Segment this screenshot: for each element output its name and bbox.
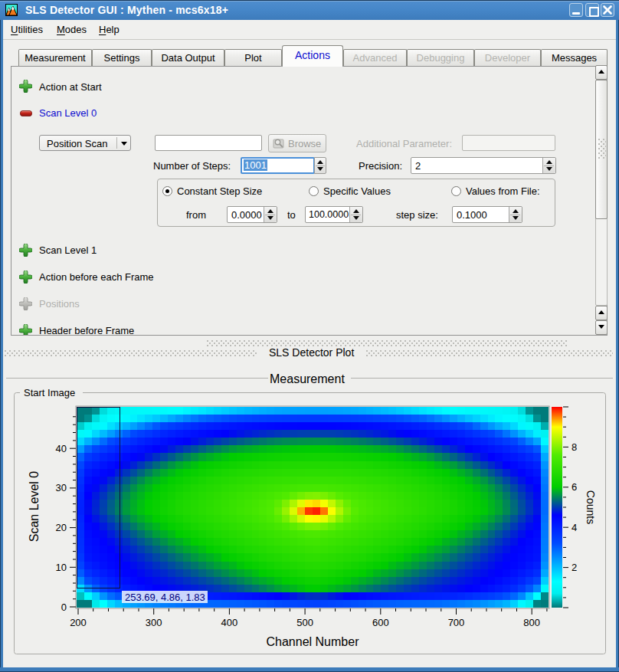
- svg-text:200: 200: [70, 617, 87, 628]
- svg-text:Counts: Counts: [585, 490, 597, 524]
- svg-text:Start Image: Start Image: [24, 387, 75, 398]
- svg-text:10: 10: [56, 562, 67, 573]
- svg-text:8: 8: [572, 441, 577, 453]
- svg-text:300: 300: [146, 617, 162, 628]
- svg-text:40: 40: [56, 443, 67, 454]
- svg-text:253.69, 4.86, 1.83: 253.69, 4.86, 1.83: [125, 592, 205, 603]
- svg-text:800: 800: [523, 617, 540, 628]
- svg-text:20: 20: [56, 522, 67, 533]
- svg-text:400: 400: [221, 617, 238, 628]
- svg-text:4: 4: [572, 522, 577, 533]
- svg-text:0: 0: [61, 602, 67, 613]
- svg-text:600: 600: [372, 617, 389, 628]
- svg-text:Channel Number: Channel Number: [267, 635, 360, 648]
- svg-text:30: 30: [56, 482, 67, 493]
- svg-text:6: 6: [572, 481, 577, 493]
- svg-text:700: 700: [448, 617, 465, 628]
- svg-text:2: 2: [572, 562, 577, 573]
- svg-text:Scan Level 0: Scan Level 0: [28, 471, 41, 543]
- svg-text:500: 500: [296, 617, 313, 628]
